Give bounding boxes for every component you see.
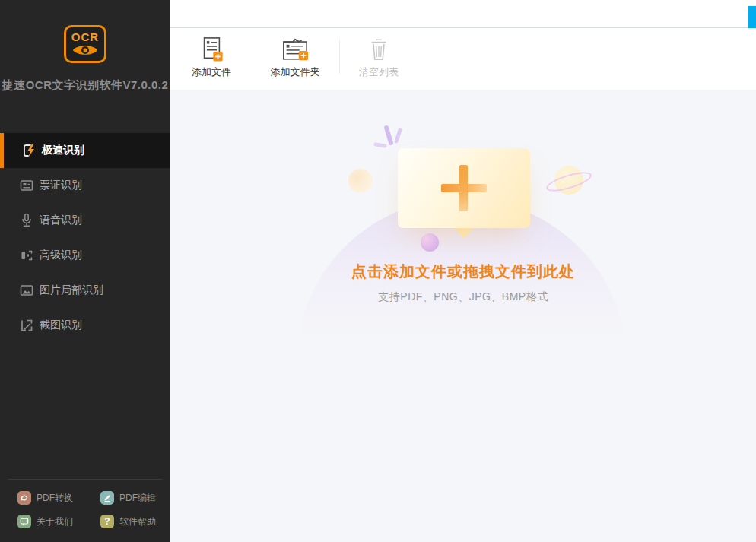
- titlebar: [170, 0, 756, 28]
- sidebar-item-label: 截图识别: [40, 319, 82, 332]
- pdf-edit-link[interactable]: PDF编辑: [100, 491, 170, 505]
- dropzone-artwork: 点击添加文件或拖拽文件到此处 支持PDF、PNG、JPG、BMP格式: [284, 123, 642, 374]
- app-window: OCR 捷速OCR文字识别软件V7.0.0.2 极速识别: [0, 0, 756, 542]
- microphone-icon: [19, 213, 34, 228]
- dropzone-supported-formats: 支持PDF、PNG、JPG、BMP格式: [284, 290, 642, 304]
- circle-decoration: [421, 233, 439, 252]
- question-icon: ?: [100, 515, 114, 528]
- add-folder-button[interactable]: 添加文件夹: [262, 28, 329, 79]
- toolbar-button-label: 添加文件夹: [271, 65, 320, 79]
- software-help-link[interactable]: ? 软件帮助: [100, 515, 170, 528]
- ticket-icon: [19, 178, 34, 193]
- crop-icon: [19, 318, 34, 333]
- image-icon: [19, 283, 34, 298]
- sidebar-menu: 极速识别 票证识别: [0, 133, 170, 343]
- brackets-icon: [19, 248, 34, 263]
- add-folder-icon: [281, 36, 310, 63]
- clear-list-button[interactable]: 清空列表: [345, 28, 412, 79]
- footer-link-label: PDF编辑: [119, 492, 156, 505]
- sidebar: OCR 捷速OCR文字识别软件V7.0.0.2 极速识别: [0, 0, 170, 542]
- ocr-logo-icon: OCR: [64, 25, 106, 63]
- divider: [8, 479, 163, 480]
- toolbar-button-label: 清空列表: [359, 65, 399, 79]
- trash-icon: [367, 36, 391, 63]
- dropzone-headline: 点击添加文件或拖拽文件到此处: [284, 261, 642, 282]
- sidebar-item-voice-recognition[interactable]: 语音识别: [0, 203, 170, 238]
- main-area: 添加文件 添加文: [170, 0, 756, 542]
- toolbar-separator: [339, 40, 340, 74]
- footer-link-label: PDF转换: [37, 492, 73, 505]
- toolbar-button-label: 添加文件: [192, 65, 231, 79]
- sidebar-item-label: 高级识别: [40, 249, 82, 262]
- add-file-button[interactable]: 添加文件: [178, 28, 245, 79]
- about-us-link[interactable]: 关于我们: [17, 515, 100, 528]
- pencil-icon: [100, 491, 114, 505]
- file-drop-area[interactable]: 点击添加文件或拖拽文件到此处 支持PDF、PNG、JPG、BMP格式: [170, 90, 756, 542]
- sidebar-item-label: 语音识别: [40, 214, 82, 227]
- chat-icon: [17, 515, 31, 528]
- bubble-pointer: [454, 227, 474, 239]
- sidebar-item-fast-recognition[interactable]: 极速识别: [0, 133, 170, 168]
- app-title: 捷速OCR文字识别软件V7.0.0.2: [0, 78, 170, 93]
- circle-decoration: [348, 169, 373, 193]
- logo-text: OCR: [71, 31, 99, 43]
- pdf-convert-link[interactable]: PDF转换: [17, 491, 100, 505]
- corner-accent[interactable]: [748, 6, 756, 28]
- sidebar-item-screenshot-recognition[interactable]: 截图识别: [0, 308, 170, 343]
- add-file-icon: [199, 36, 224, 63]
- sidebar-item-ticket-recognition[interactable]: 票证识别: [0, 168, 170, 203]
- footer-link-label: 软件帮助: [119, 515, 156, 528]
- sidebar-item-advanced-recognition[interactable]: 高级识别: [0, 238, 170, 273]
- footer-link-label: 关于我们: [37, 515, 73, 528]
- sidebar-item-label: 图片局部识别: [40, 284, 103, 297]
- sync-icon: [17, 491, 31, 505]
- sidebar-item-image-region-recognition[interactable]: 图片局部识别: [0, 273, 170, 308]
- sparkle-icon: [370, 123, 409, 151]
- lightning-doc-icon: [21, 143, 37, 158]
- sidebar-footer: PDF转换 PDF编辑: [0, 479, 170, 542]
- app-logo: OCR: [0, 0, 170, 63]
- eye-icon: [71, 43, 99, 57]
- toolbar: 添加文件 添加文: [170, 28, 756, 90]
- plus-icon: [459, 165, 468, 211]
- sidebar-item-label: 票证识别: [40, 179, 82, 192]
- sidebar-item-label: 极速识别: [42, 144, 84, 157]
- planet-icon: [547, 163, 592, 199]
